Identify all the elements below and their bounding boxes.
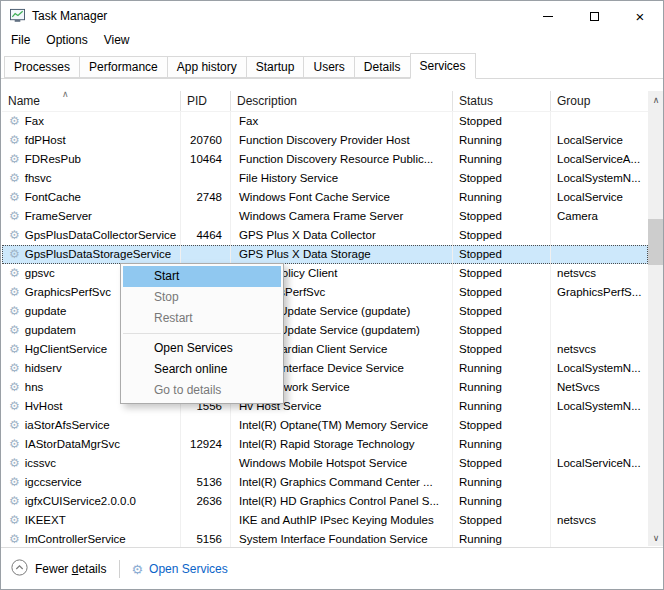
open-services-label: Open Services [149, 562, 228, 576]
scroll-down-button[interactable]: ∨ [648, 529, 664, 546]
task-manager-window: Task Manager × FileOptionsView Processes… [0, 0, 664, 590]
menu-item-stop: Stop [123, 287, 281, 308]
tab-performance[interactable]: Performance [79, 56, 168, 78]
close-icon: × [636, 9, 645, 24]
maximize-button[interactable] [571, 1, 617, 31]
service-row[interactable]: ⚙fdPHost20760Function Discovery Provider… [2, 131, 648, 150]
cell-status: Stopped [453, 207, 551, 226]
cell-status: Stopped [453, 169, 551, 188]
service-gear-icon: ⚙ [9, 304, 20, 318]
cell-description: Intel(R) Optane(TM) Memory Service [231, 416, 453, 435]
close-button[interactable]: × [617, 1, 663, 31]
sort-ascending-icon: ∧ [62, 91, 69, 99]
cell-status: Stopped [453, 340, 551, 359]
service-row[interactable]: ⚙HgClientServiceHost Guardian Client Ser… [2, 340, 648, 359]
cell-group [551, 435, 648, 454]
service-row[interactable]: ⚙iaStorAfsServiceIntel(R) Optane(TM) Mem… [2, 416, 648, 435]
menubar-item-file[interactable]: File [3, 32, 38, 49]
service-gear-icon: ⚙ [9, 361, 20, 375]
minimize-button[interactable] [525, 1, 571, 31]
service-row[interactable]: ⚙GpsPlusDataCollectorService4464GPS Plus… [2, 226, 648, 245]
tab-users[interactable]: Users [303, 56, 354, 78]
footer-bar: Fewer details ⚙ Open Services [1, 547, 663, 590]
gear-icon: ⚙ [131, 562, 143, 577]
cell-group: LocalServiceN... [551, 454, 648, 473]
cell-group [551, 226, 648, 245]
window-title: Task Manager [32, 9, 107, 23]
cell-description: GPS Plus X Data Collector [231, 226, 453, 245]
cell-name: ⚙icssvc [2, 454, 181, 473]
cell-pid: 12924 [181, 435, 231, 454]
cell-group: GraphicsPerfS... [551, 283, 648, 302]
scroll-up-button[interactable]: ∧ [648, 91, 664, 108]
cell-pid [181, 169, 231, 188]
service-gear-icon: ⚙ [9, 285, 20, 299]
column-header-description[interactable]: Description [231, 91, 453, 111]
cell-pid: 20760 [181, 131, 231, 150]
menu-item-start[interactable]: Start [123, 266, 281, 287]
tab-processes[interactable]: Processes [4, 56, 80, 78]
service-row[interactable]: ⚙IAStorDataMgrSvc12924Intel(R) Rapid Sto… [2, 435, 648, 454]
service-row[interactable]: ⚙GpsPlusDataStorageServiceGPS Plus X Dat… [2, 245, 648, 264]
vertical-scrollbar[interactable]: ∧ ∨ [648, 91, 664, 546]
service-gear-icon: ⚙ [9, 171, 20, 185]
scrollbar-thumb[interactable] [648, 219, 664, 265]
service-row[interactable]: ⚙igccservice5136Intel(R) Graphics Comman… [2, 473, 648, 492]
minimize-icon [543, 16, 553, 17]
service-row[interactable]: ⚙gupdateGoogle Update Service (gupdate)S… [2, 302, 648, 321]
cell-group [551, 112, 648, 131]
fewer-details-button[interactable]: Fewer details [11, 559, 106, 579]
service-gear-icon: ⚙ [9, 456, 20, 470]
column-header-pid[interactable]: PID [181, 91, 231, 111]
service-row[interactable]: ⚙GraphicsPerfSvcGraphicsPerfSvcStoppedGr… [2, 283, 648, 302]
service-row[interactable]: ⚙HvHost1556Hv Host ServiceRunningLocalSy… [2, 397, 648, 416]
service-gear-icon: ⚙ [9, 247, 20, 261]
cell-group: LocalServiceA... [551, 150, 648, 169]
menubar-item-view[interactable]: View [96, 32, 138, 49]
open-services-link[interactable]: ⚙ Open Services [131, 562, 227, 577]
cell-status: Running [453, 188, 551, 207]
column-header-status[interactable]: Status [453, 91, 551, 111]
menu-item-search-online[interactable]: Search online [123, 359, 281, 380]
tab-details[interactable]: Details [354, 56, 411, 78]
cell-name: ⚙iaStorAfsService [2, 416, 181, 435]
service-row[interactable]: ⚙hidservHuman Interface Device ServiceRu… [2, 359, 648, 378]
cell-group [551, 245, 648, 264]
service-row[interactable]: ⚙gupdatemGoogle Update Service (gupdatem… [2, 321, 648, 340]
cell-description: Intel(R) Rapid Storage Technology [231, 435, 453, 454]
service-row[interactable]: ⚙IKEEXTIKE and AuthIP IPsec Keying Modul… [2, 511, 648, 530]
tab-startup[interactable]: Startup [246, 56, 305, 78]
cell-description: GPS Plus X Data Storage [231, 245, 453, 264]
column-header-name[interactable]: Name∧ [2, 91, 181, 111]
cell-group: LocalSystemN... [551, 359, 648, 378]
service-gear-icon: ⚙ [9, 152, 20, 166]
cell-description: Fax [231, 112, 453, 131]
menubar-item-options[interactable]: Options [38, 32, 95, 49]
service-gear-icon: ⚙ [9, 323, 20, 337]
cell-pid: 2748 [181, 188, 231, 207]
service-row[interactable]: ⚙gpsvcGroup Policy ClientStoppednetsvcs [2, 264, 648, 283]
service-row[interactable]: ⚙igfxCUIService2.0.0.02636Intel(R) HD Gr… [2, 492, 648, 511]
service-row[interactable]: ⚙fhsvcFile History ServiceStoppedLocalSy… [2, 169, 648, 188]
service-row[interactable]: ⚙hnsHost Network ServiceRunningNetSvcs [2, 378, 648, 397]
service-row[interactable]: ⚙ImControllerService5156System Interface… [2, 530, 648, 547]
tab-services[interactable]: Services [410, 53, 476, 79]
tab-app-history[interactable]: App history [167, 56, 247, 78]
cell-group [551, 492, 648, 511]
menu-item-open-services[interactable]: Open Services [123, 338, 281, 359]
column-header-group[interactable]: Group [551, 91, 648, 111]
cell-name: ⚙igccservice [2, 473, 181, 492]
cell-status: Stopped [453, 454, 551, 473]
service-row[interactable]: ⚙FDResPub10464Function Discovery Resourc… [2, 150, 648, 169]
cell-group [551, 416, 648, 435]
service-gear-icon: ⚙ [9, 114, 20, 128]
service-row[interactable]: ⚙icssvcWindows Mobile Hotspot ServiceSto… [2, 454, 648, 473]
service-row[interactable]: ⚙FaxFaxStopped [2, 112, 648, 131]
cell-name: ⚙fdPHost [2, 131, 181, 150]
cell-status: Stopped [453, 112, 551, 131]
service-gear-icon: ⚙ [9, 475, 20, 489]
service-row[interactable]: ⚙FrameServerWindows Camera Frame ServerS… [2, 207, 648, 226]
service-row[interactable]: ⚙FontCache2748Windows Font Cache Service… [2, 188, 648, 207]
cell-pid: 2636 [181, 492, 231, 511]
service-gear-icon: ⚙ [9, 228, 20, 242]
